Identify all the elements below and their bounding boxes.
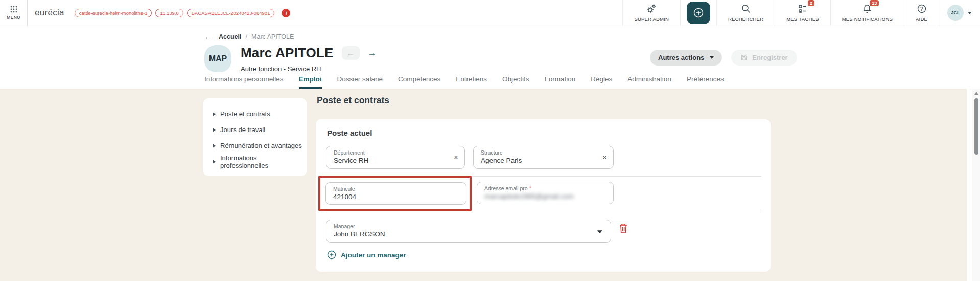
tab-emploi[interactable]: Emploi	[299, 75, 322, 89]
help-label: AIDE	[916, 16, 927, 22]
poste-actuel-card: Poste actuel Département Service RH × St…	[316, 119, 771, 272]
sidebar-item-jours-de-travail[interactable]: Jours de travail	[213, 122, 307, 138]
vertical-scrollbar[interactable]	[972, 89, 980, 281]
breadcrumb: ← Accueil / Marc APITOLE	[204, 32, 294, 41]
delete-manager-button[interactable]	[618, 223, 628, 234]
clear-icon[interactable]: ×	[602, 154, 607, 162]
email-pro-value-redacted: marcapitole1985@gmail.com	[484, 192, 606, 200]
super-admin-button[interactable]: SUPER ADMIN	[622, 0, 680, 26]
topbar-left: MENU eurécia cattle-eurecia-helm-monolit…	[0, 0, 290, 26]
save-label: Enregistrer	[752, 54, 787, 61]
sidebar-item-label: Poste et contrats	[220, 110, 270, 118]
departement-label: Département	[334, 149, 457, 156]
triangle-right-icon	[213, 112, 216, 116]
triangle-right-icon	[213, 160, 216, 164]
breadcrumb-current: Marc APITOLE	[251, 33, 294, 40]
departement-field[interactable]: Département Service RH ×	[326, 146, 465, 169]
back-arrow-icon[interactable]: ←	[204, 32, 212, 41]
chevron-down-icon[interactable]	[597, 230, 602, 233]
tab-entretiens[interactable]: Entretiens	[456, 75, 487, 89]
tab-formation[interactable]: Formation	[545, 75, 576, 89]
notifications-label: MES NOTIFICATIONS	[842, 16, 893, 22]
tab-regles[interactable]: Règles	[591, 75, 612, 89]
env-tag: cattle-eurecia-helm-monolithe-1	[75, 9, 152, 17]
divider	[326, 212, 761, 212]
sidebar-item-label: Rémunération et avantages	[220, 142, 302, 149]
scroll-up-arrow-icon[interactable]	[974, 92, 978, 95]
matricule-label: Matricule	[333, 186, 459, 192]
matricule-field[interactable]: Matricule 421004	[325, 182, 466, 205]
save-button[interactable]: Enregistrer	[731, 50, 797, 66]
tab-preferences[interactable]: Préférences	[687, 75, 724, 89]
previous-employee-button[interactable]: ←	[342, 46, 360, 60]
notifications-button[interactable]: 13 MES NOTIFICATIONS	[830, 0, 904, 26]
divider	[326, 176, 761, 177]
eurecia-logo[interactable]: eurécia	[35, 8, 64, 18]
tab-competences[interactable]: Compétences	[398, 75, 440, 89]
tab-objectifs[interactable]: Objectifs	[502, 75, 529, 89]
required-asterisk: *	[529, 185, 531, 191]
tasks-icon: 2	[798, 4, 808, 14]
my-tasks-label: MES TÂCHES	[786, 16, 819, 22]
topbar: MENU eurécia cattle-eurecia-helm-monolit…	[0, 0, 980, 26]
manager-label: Manager	[334, 223, 603, 229]
email-pro-field[interactable]: Adresse email pro* marcapitole1985@gmail…	[477, 182, 614, 204]
next-employee-button[interactable]: →	[368, 48, 377, 58]
sidebar-item-remuneration[interactable]: Rémunération et avantages	[213, 138, 307, 154]
sidebar-item-poste-et-contrats[interactable]: Poste et contrats	[213, 106, 307, 122]
page-header: ← Accueil / Marc APITOLE MAP Marc APITOL…	[0, 26, 980, 89]
other-actions-button[interactable]: Autres actions	[650, 50, 722, 66]
help-icon: ?	[917, 4, 927, 14]
breadcrumb-home[interactable]: Accueil	[219, 33, 241, 40]
bell-icon: 13	[862, 4, 872, 14]
email-pro-label: Adresse email pro*	[484, 185, 606, 191]
add-manager-button[interactable]: Ajouter un manager	[327, 250, 406, 260]
scrollbar-thumb[interactable]	[974, 98, 978, 155]
notifications-count-badge: 13	[870, 0, 879, 6]
chevron-down-icon	[968, 12, 972, 14]
page-title: Marc APITOLE	[241, 45, 334, 61]
tasks-count-badge: 2	[808, 0, 814, 6]
triangle-right-icon	[213, 144, 216, 148]
content-area: Poste et contrats Jours de travail Rémun…	[0, 89, 967, 281]
user-avatar: JCL	[947, 5, 964, 21]
help-button[interactable]: ? AIDE	[904, 0, 939, 26]
structure-field[interactable]: Structure Agence Paris ×	[473, 146, 614, 169]
gears-icon	[646, 4, 657, 14]
user-menu[interactable]: JCL	[939, 0, 980, 26]
sidebar-item-label: Jours de travail	[220, 126, 265, 134]
topbar-actions: SUPER ADMIN RECHERCHER	[622, 0, 980, 26]
info-alert-icon[interactable]: i	[282, 9, 290, 17]
search-label: RECHERCHER	[728, 16, 763, 22]
tab-informations-personnelles[interactable]: Informations personnelles	[204, 75, 284, 89]
triangle-right-icon	[213, 128, 216, 132]
matricule-value: 421004	[333, 193, 459, 201]
save-icon	[740, 54, 748, 61]
menu-label: MENU	[7, 15, 20, 20]
quick-add-button[interactable]	[687, 2, 710, 24]
environment-tags: cattle-eurecia-helm-monolithe-1 11.139.0…	[75, 9, 275, 17]
search-button[interactable]: RECHERCHER	[716, 0, 775, 26]
chevron-down-icon	[710, 56, 714, 59]
quick-add-cell	[680, 0, 716, 26]
plus-circle-icon	[327, 250, 336, 260]
profile-tabs: Informations personnelles Emploi Dossier…	[204, 75, 724, 89]
svg-text:?: ?	[920, 6, 923, 12]
search-icon	[741, 4, 751, 14]
structure-label: Structure	[481, 149, 606, 156]
manager-value: John BERGSON	[334, 230, 603, 238]
header-actions: Autres actions Enregistrer	[650, 50, 797, 66]
sidebar-item-label: Informations professionnelles	[220, 154, 307, 169]
my-tasks-button[interactable]: 2 MES TÂCHES	[775, 0, 830, 26]
manager-select[interactable]: Manager John BERGSON	[326, 220, 611, 243]
env-tag: 11.139.0	[155, 9, 183, 17]
clear-icon[interactable]: ×	[454, 154, 458, 162]
employee-header: MAP Marc APITOLE ← → Autre fonction - Se…	[204, 45, 377, 73]
super-admin-label: SUPER ADMIN	[634, 16, 669, 22]
menu-button[interactable]: MENU	[0, 0, 28, 26]
menu-grid-icon	[10, 6, 17, 13]
add-manager-label: Ajouter un manager	[341, 251, 406, 259]
sidebar-item-infos-professionnelles[interactable]: Informations professionnelles	[213, 154, 307, 169]
tab-administration[interactable]: Administration	[627, 75, 671, 89]
tab-dossier-salarie[interactable]: Dossier salarié	[337, 75, 383, 89]
